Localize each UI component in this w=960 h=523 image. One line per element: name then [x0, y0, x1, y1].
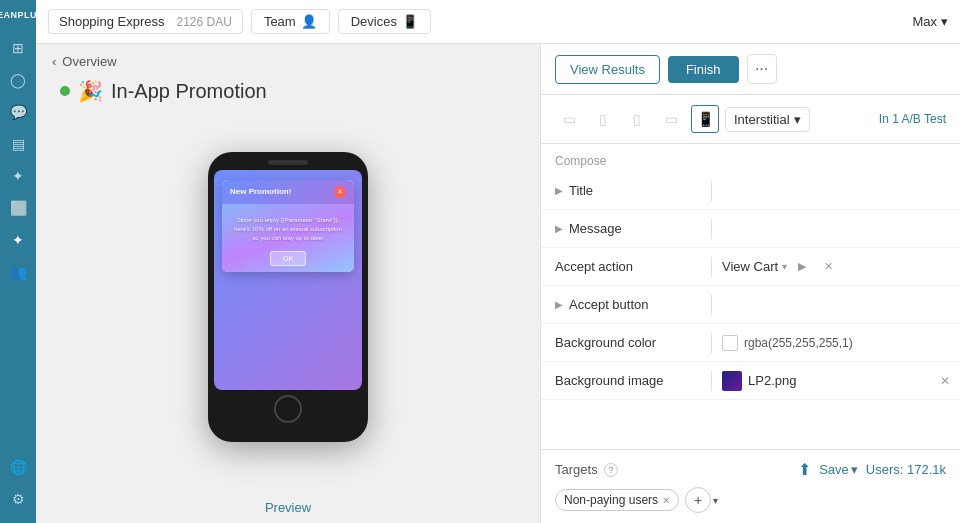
targets-section: Targets ? ⬆ Save ▾ Users: 172.1k Non-pay…: [541, 449, 960, 523]
remove-action-button[interactable]: ✕: [817, 256, 839, 278]
right-toolbar: View Results Finish ···: [541, 44, 960, 95]
targets-help-icon[interactable]: ?: [604, 463, 618, 477]
overview-link[interactable]: Overview: [62, 54, 116, 69]
color-text: rgba(255,255,255,1): [744, 336, 853, 350]
modal-popup: New Promotion! ✕ Since you enjoy {{Param…: [222, 180, 354, 272]
team-label: Team: [264, 14, 296, 29]
devices-icon: 📱: [402, 14, 418, 29]
plus-icon: +: [694, 492, 702, 508]
targets-label: Targets: [555, 462, 598, 477]
tablet-small-icon[interactable]: ▯: [623, 105, 651, 133]
image-filename: LP2.png: [748, 373, 796, 388]
modal-body-text: Since you enjoy {{Parameter "Show"}}, he…: [230, 216, 346, 243]
phone-portrait-icon[interactable]: 📱: [691, 105, 719, 133]
right-panel: View Results Finish ··· ▭ ▯ ▯ ▭ 📱 Inters…: [540, 44, 960, 523]
compose-label: Compose: [541, 144, 960, 172]
topbar: Shopping Express 2126 DAU Team 👤 Devices…: [36, 0, 960, 44]
globe-icon[interactable]: 🌐: [4, 453, 32, 481]
chip-label: Non-paying users: [564, 493, 658, 507]
chip-remove-button[interactable]: ✕: [662, 495, 670, 506]
chevron-down-icon: ▾: [941, 14, 948, 29]
sparkle-icon[interactable]: ✦: [4, 226, 32, 254]
bg-color-row: Background color rgba(255,255,255,1): [541, 324, 960, 362]
title-value[interactable]: [712, 183, 960, 199]
people-icon[interactable]: 👥: [4, 258, 32, 286]
tablet-landscape-icon[interactable]: ▭: [555, 105, 583, 133]
preview-link[interactable]: Preview: [36, 492, 540, 523]
targets-actions: ⬆ Save ▾ Users: 172.1k: [798, 460, 946, 479]
phone-mockup: New Promotion! ✕ Since you enjoy {{Param…: [208, 152, 368, 442]
device-selector: ▭ ▯ ▯ ▭ 📱 Interstitial ▾ In 1 A/B Test: [541, 95, 960, 144]
settings-icon[interactable]: ⚙: [4, 485, 32, 513]
accept-btn-expand-icon[interactable]: ▶: [555, 299, 563, 310]
modal-title: New Promotion!: [230, 187, 291, 196]
main-container: Shopping Express 2126 DAU Team 👤 Devices…: [36, 0, 960, 523]
campaign-title: In-App Promotion: [111, 80, 267, 103]
accept-action-select[interactable]: View Cart ▾: [722, 259, 787, 274]
accept-button-value[interactable]: [712, 297, 960, 313]
phone-landscape-icon[interactable]: ▭: [657, 105, 685, 133]
add-target-chevron[interactable]: ▾: [713, 495, 718, 506]
play-button[interactable]: ▶: [791, 256, 813, 278]
preview-panel: ‹ Overview 🎉 In-App Promotion New Promot…: [36, 44, 540, 523]
devices-label: Devices: [351, 14, 397, 29]
form-rows: ▶ Title ▶ Message Acc: [541, 172, 960, 449]
ab-test-label: In 1 A/B Test: [879, 112, 946, 126]
bg-color-label: Background color: [541, 327, 711, 358]
chip-non-paying: Non-paying users ✕: [555, 489, 679, 511]
box-icon[interactable]: ⬜: [4, 194, 32, 222]
message-value[interactable]: [712, 221, 960, 237]
devices-button[interactable]: Devices 📱: [338, 9, 431, 34]
chart-icon[interactable]: ▤: [4, 130, 32, 158]
tablet-portrait-icon[interactable]: ▯: [589, 105, 617, 133]
title-expand-icon[interactable]: ▶: [555, 185, 563, 196]
title-label: ▶ Title: [541, 175, 711, 206]
upload-icon[interactable]: ⬆: [798, 460, 811, 479]
modal-ok-button[interactable]: OK: [270, 251, 306, 266]
bg-image-label: Background image: [541, 365, 711, 396]
phone-preview-container: New Promotion! ✕ Since you enjoy {{Param…: [36, 111, 540, 492]
chat-icon[interactable]: 💬: [4, 98, 32, 126]
app-name: Shopping Express: [59, 14, 165, 29]
user-menu[interactable]: Max ▾: [912, 14, 948, 29]
modal-body: Since you enjoy {{Parameter "Show"}}, he…: [222, 204, 354, 272]
app-selector[interactable]: Shopping Express 2126 DAU: [48, 9, 243, 34]
team-button[interactable]: Team 👤: [251, 9, 330, 34]
accept-action-value: View Cart ▾ ▶ ✕: [712, 250, 960, 284]
add-target-button[interactable]: +: [685, 487, 711, 513]
back-arrow-icon: ‹: [52, 54, 56, 69]
interstitial-dropdown[interactable]: Interstitial ▾: [725, 107, 810, 132]
accept-button-label: ▶ Accept button: [541, 289, 711, 320]
message-expand-icon[interactable]: ▶: [555, 223, 563, 234]
home-icon[interactable]: ⊞: [4, 34, 32, 62]
modal-close-button[interactable]: ✕: [334, 186, 346, 198]
bg-image-value: LP2.png ✕: [712, 363, 960, 399]
phone-home-button: [274, 395, 302, 423]
accept-action-label: Accept action: [541, 251, 711, 282]
accept-action-text: View Cart: [722, 259, 778, 274]
tools-icon[interactable]: ✦: [4, 162, 32, 190]
sidebar: LEANPLUM ⊞ ◯ 💬 ▤ ✦ ⬜ ✦ 👥 🌐 ⚙: [0, 0, 36, 523]
user-name: Max: [912, 14, 937, 29]
content-area: ‹ Overview 🎉 In-App Promotion New Promot…: [36, 44, 960, 523]
user-icon[interactable]: ◯: [4, 66, 32, 94]
modal-header: New Promotion! ✕: [222, 180, 354, 204]
accept-button-row: ▶ Accept button: [541, 286, 960, 324]
message-label: ▶ Message: [541, 213, 711, 244]
campaign-header: 🎉 In-App Promotion: [36, 79, 540, 111]
view-results-button[interactable]: View Results: [555, 55, 660, 84]
finish-button[interactable]: Finish: [668, 56, 739, 83]
accept-action-row: Accept action View Cart ▾ ▶ ✕: [541, 248, 960, 286]
color-swatch[interactable]: [722, 335, 738, 351]
phone-speaker: [268, 160, 308, 165]
remove-image-button[interactable]: ✕: [940, 374, 950, 388]
bg-image-row: Background image LP2.png ✕: [541, 362, 960, 400]
targets-chips: Non-paying users ✕ + ▾: [555, 487, 946, 513]
targets-header: Targets ? ⬆ Save ▾ Users: 172.1k: [555, 460, 946, 479]
more-options-button[interactable]: ···: [747, 54, 777, 84]
dau-badge: 2126 DAU: [177, 15, 232, 29]
save-button[interactable]: Save ▾: [819, 462, 858, 477]
bg-color-value[interactable]: rgba(255,255,255,1): [712, 327, 960, 359]
team-icon: 👤: [301, 14, 317, 29]
message-field-row: ▶ Message: [541, 210, 960, 248]
